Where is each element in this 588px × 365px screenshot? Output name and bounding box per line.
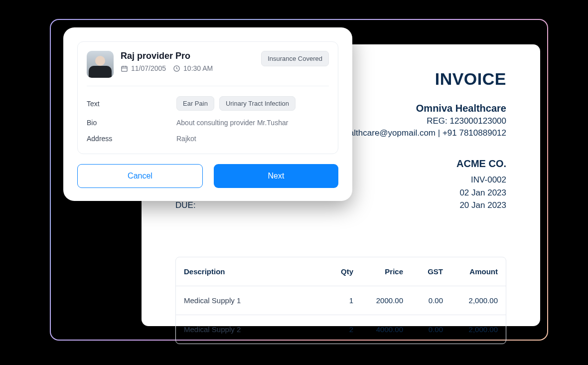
- avatar: [87, 51, 114, 78]
- table-row: Medical Supply 1 1 2000.00 0.00 2,000.00: [176, 286, 506, 315]
- th-amount: Amount: [443, 267, 498, 276]
- table-header-row: Description Qty Price GST Amount: [176, 257, 506, 286]
- invoice-due-value: 20 Jan 2023: [459, 199, 506, 212]
- person-name: Raj provider Pro: [121, 51, 213, 61]
- invoice-table: Description Qty Price GST Amount Medical…: [175, 257, 506, 344]
- svg-rect-0: [122, 66, 127, 71]
- td-qty: 1: [323, 296, 353, 305]
- table-row: Medical Supply 2 2 4000.00 0.00 2,000.00: [176, 315, 506, 344]
- td-amount: 2,000.00: [443, 296, 498, 305]
- td-price: 4000.00: [353, 325, 403, 334]
- person-meta: 11/07/2005 10:30 AM: [121, 64, 213, 72]
- tag-group: Ear Pain Urinary Tract Infection: [176, 96, 329, 111]
- th-price: Price: [353, 267, 403, 276]
- invoice-date-value: 02 Jan 2023: [459, 186, 506, 199]
- th-gst: GST: [403, 267, 443, 276]
- td-qty: 2: [323, 325, 353, 334]
- td-amount: 2,000.00: [443, 325, 498, 334]
- tag: Ear Pain: [176, 96, 214, 111]
- insurance-badge: Insurance Covered: [261, 51, 329, 66]
- next-button[interactable]: Next: [214, 164, 338, 188]
- provider-modal-body: Raj provider Pro 11/07/2005 10:30 AM Ins…: [77, 41, 338, 154]
- field-address-value: Rajkot: [176, 135, 329, 143]
- provider-modal: Raj provider Pro 11/07/2005 10:30 AM Ins…: [63, 27, 352, 201]
- person-date: 11/07/2005: [131, 64, 166, 72]
- invoice-number-value: INV-0002: [459, 174, 506, 186]
- td-price: 2000.00: [353, 296, 403, 305]
- cancel-button[interactable]: Cancel: [77, 164, 203, 188]
- modal-fields: Text Ear Pain Urinary Tract Infection Bi…: [87, 92, 329, 147]
- clock-icon: [173, 65, 180, 72]
- field-text-label: Text: [87, 100, 171, 108]
- field-address-label: Address: [87, 135, 171, 143]
- field-bio-value: About consulting provider Mr.Tushar: [176, 119, 329, 127]
- person-block: Raj provider Pro 11/07/2005 10:30 AM: [87, 51, 213, 78]
- td-gst: 0.00: [403, 325, 443, 334]
- td-gst: 0.00: [403, 296, 443, 305]
- tag: Urinary Tract Infection: [219, 96, 295, 111]
- th-qty: Qty: [323, 267, 353, 276]
- modal-actions: Cancel Next: [77, 164, 338, 188]
- divider: [87, 86, 329, 86]
- person-time: 10:30 AM: [183, 64, 213, 72]
- calendar-icon: [121, 65, 128, 72]
- modal-header: Raj provider Pro 11/07/2005 10:30 AM Ins…: [87, 51, 329, 78]
- td-desc: Medical Supply 2: [184, 325, 323, 334]
- td-desc: Medical Supply 1: [184, 296, 323, 305]
- field-bio-label: Bio: [87, 119, 171, 127]
- th-description: Description: [184, 267, 323, 276]
